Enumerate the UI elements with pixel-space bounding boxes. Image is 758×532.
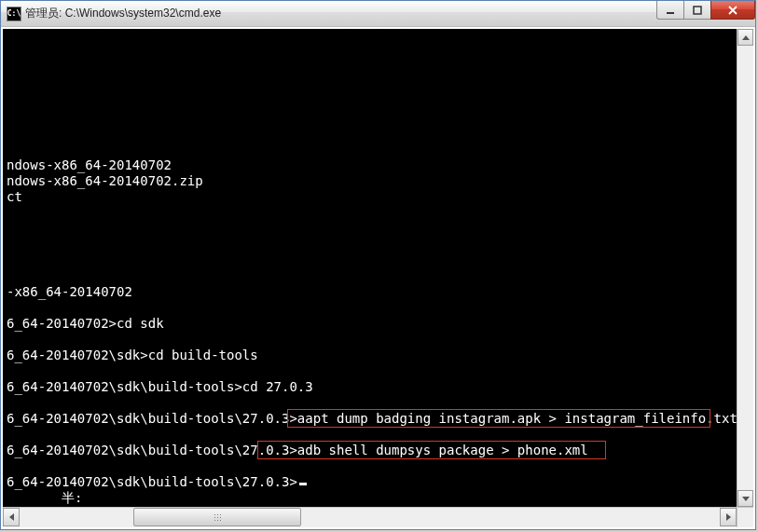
titlebar[interactable]: C:\ 管理员: C:\Windows\system32\cmd.exe [1,1,755,27]
console-line [3,62,737,78]
vertical-scrollbar[interactable] [737,29,753,507]
close-button[interactable] [710,1,755,20]
console-line [3,363,737,379]
console-line [3,78,737,94]
console-line [3,110,737,126]
horizontal-scrollbar[interactable] [3,507,737,527]
console-line [3,395,737,411]
console-line: ndows-x86_64-20140702.zip [3,173,737,189]
svg-rect-0 [667,12,674,14]
console-line: 6_64-20140702>cd sdk [3,316,737,332]
svg-rect-1 [694,7,701,14]
console-line: ndows-x86_64-20140702 [3,157,737,173]
minimize-button[interactable] [656,1,684,20]
horizontal-scroll-thumb[interactable] [133,508,301,526]
window-title: 管理员: C:\Windows\system32\cmd.exe [25,6,221,21]
console-line [3,427,737,443]
console-line [3,221,737,237]
console-line [3,252,737,268]
console-line [3,268,737,284]
console-line: 半: [3,490,737,506]
title-prefix: 管理员: [25,7,65,20]
scroll-left-button[interactable] [3,508,20,526]
maximize-button[interactable] [683,1,711,20]
console-line: -x86_64-20140702 [3,284,737,300]
console-line [3,300,737,316]
console-line [3,332,737,348]
console-output[interactable]: ndows-x86_64-20140702ndows-x86_64-201407… [3,29,737,507]
console-line: 6_64-20140702\sdk\build-tools\27.0.3>aap… [3,411,737,427]
console-line [3,205,737,221]
console-line [3,94,737,110]
console-line [3,237,737,252]
title-path: C:\Windows\system32\cmd.exe [65,7,221,20]
console-line [3,142,737,157]
cursor [299,483,307,485]
console-line: ct [3,189,737,205]
console-line [3,126,737,142]
scroll-corner [737,507,753,527]
console-line [3,31,737,47]
console-line: 6_64-20140702\sdk\build-tools\27.0.3>adb… [3,443,737,458]
scroll-up-button[interactable] [737,29,753,46]
console-area: ndows-x86_64-20140702ndows-x86_64-201407… [1,27,755,529]
cmd-icon: C:\ [7,7,21,21]
console-line: 6_64-20140702\sdk\build-tools>cd 27.0.3 [3,379,737,395]
scroll-down-button[interactable] [737,490,753,507]
console-line [3,458,737,474]
window-controls [657,1,755,20]
console-line [3,47,737,62]
cmd-window: C:\ 管理员: C:\Windows\system32\cmd.exe ndo… [0,0,756,530]
scroll-right-button[interactable] [720,508,737,526]
console-line: 6_64-20140702\sdk>cd build-tools [3,348,737,363]
console-line: 6_64-20140702\sdk\build-tools\27.0.3> [3,474,737,490]
grip-icon [214,513,221,521]
